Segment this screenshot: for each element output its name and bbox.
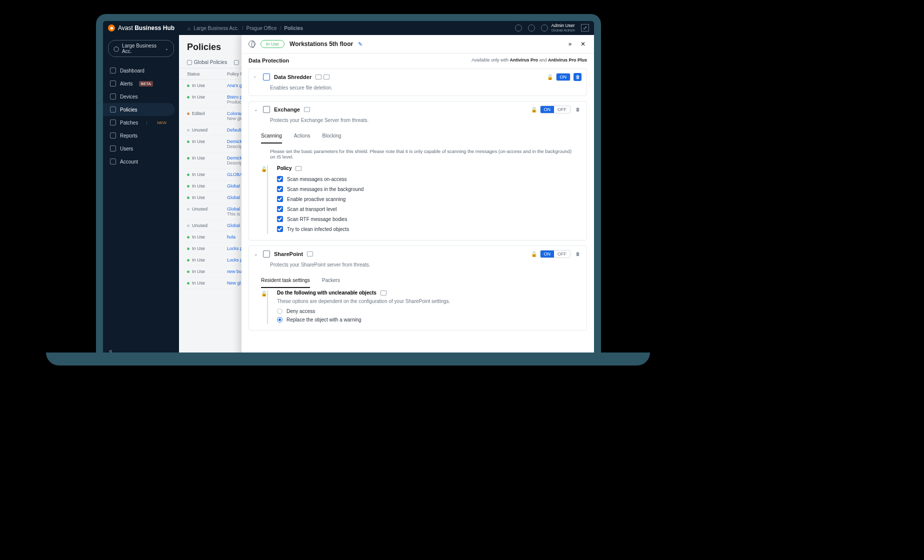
gear-icon[interactable] <box>515 24 522 32</box>
tab-resident[interactable]: Resident task settings <box>261 276 310 288</box>
row-status: In Use <box>192 246 205 251</box>
tab-global-policies[interactable]: Global Policies <box>187 56 227 68</box>
bell-icon <box>110 80 116 86</box>
row-status: In Use <box>192 139 205 144</box>
exchange-toggle[interactable]: ONOFF <box>540 106 571 114</box>
checkbox-label: Scan messages on-access <box>287 176 347 182</box>
lock-icon[interactable]: 🔓 <box>261 166 268 234</box>
new-badge: NEW <box>155 120 168 126</box>
sidebar-item-reports[interactable]: Reports <box>103 129 179 142</box>
chevron-right-icon[interactable]: › <box>254 74 259 80</box>
notification-icon[interactable] <box>528 24 535 32</box>
checkbox-icon <box>277 216 283 222</box>
sidebar-item-dashboard[interactable]: Dashboard <box>103 64 179 77</box>
breadcrumb-site[interactable]: Prague Office <box>246 26 277 31</box>
status-dot-icon <box>187 259 190 262</box>
sidebar-item-account[interactable]: Account <box>103 155 179 168</box>
sidebar-item-label: Reports <box>120 133 138 138</box>
sidebar-item-users[interactable]: Users <box>103 142 179 155</box>
account-icon <box>110 158 116 164</box>
card-exchange: ⌄ Exchange 🔓 ONOFF 🗑 Protects your Excha… <box>248 101 587 240</box>
sidebar-item-patches[interactable]: Patches|NEW <box>103 116 179 129</box>
status-dot-icon <box>187 157 190 160</box>
row-status: In Use <box>192 269 205 274</box>
row-status: Unused <box>192 206 208 212</box>
sidebar-item-policies[interactable]: Policies <box>103 103 175 116</box>
row-status: Edited <box>192 111 205 116</box>
lock-icon[interactable]: 🔓 <box>531 252 537 257</box>
checkbox-icon <box>277 176 283 182</box>
tab-packers[interactable]: Packers <box>322 276 340 288</box>
status-dot-icon <box>187 248 190 250</box>
delete-sharepoint-button[interactable]: 🗑 <box>574 250 582 258</box>
status-dot-icon <box>187 270 190 273</box>
policy-heading: Policy <box>277 166 292 171</box>
collapse-panel-button[interactable]: » <box>566 40 574 48</box>
row-status: In Use <box>192 83 205 88</box>
breadcrumb-org[interactable]: Large Business Acc. <box>194 26 239 31</box>
row-status: In Use <box>192 234 205 240</box>
checkbox-row[interactable]: Scan RTF message bodies <box>277 214 574 224</box>
status-dot-icon <box>187 96 190 98</box>
org-selector[interactable]: ◯ Large Business Acc. ⌄ <box>108 40 174 57</box>
sidebar-item-label: Policies <box>120 107 137 112</box>
status-dot-icon <box>187 185 190 188</box>
checkbox-icon <box>277 196 283 202</box>
checkbox-row[interactable]: Try to clean infected objects <box>277 224 574 234</box>
policies-icon <box>110 106 116 112</box>
platform-icon <box>304 107 310 112</box>
availability-note: Available only with Antivirus Pro and An… <box>472 58 587 62</box>
home-icon[interactable]: ⌂ <box>188 26 190 31</box>
lock-icon[interactable]: 🔓 <box>261 290 268 324</box>
sidebar-item-label: Users <box>120 146 133 152</box>
sidebar-item-devices[interactable]: Devices <box>103 90 179 103</box>
sharepoint-toggle[interactable]: ONOFF <box>540 250 571 258</box>
chevron-down-icon[interactable]: ⌄ <box>254 107 259 112</box>
chevron-down-icon[interactable]: ⌄ <box>254 252 259 256</box>
checkbox-row[interactable]: Scan messages in the background <box>277 184 574 194</box>
close-panel-button[interactable]: ✕ <box>579 40 587 48</box>
status-dot-icon <box>187 208 190 210</box>
radio-row[interactable]: Deny access <box>277 307 574 316</box>
user-menu[interactable]: Admin User Global Admin <box>541 24 575 33</box>
status-dot-icon <box>187 84 190 87</box>
row-status: In Use <box>192 94 205 100</box>
checkbox-row[interactable]: Enable proactive scanning <box>277 194 574 204</box>
checkbox-label: Scan messages in the background <box>287 186 364 192</box>
expand-icon[interactable]: ⤢ <box>581 24 589 32</box>
row-name[interactable]: hola <box>227 234 236 240</box>
lock-icon[interactable]: 🔓 <box>547 74 553 80</box>
radio-label: Replace the object with a warning <box>286 317 362 322</box>
radio-icon <box>277 308 282 314</box>
status-chip: In Use <box>260 40 284 48</box>
tab-scanning[interactable]: Scanning <box>261 131 282 144</box>
panel-title: Workstations 5th floor <box>290 40 353 48</box>
sidebar-item-label: Dashboard <box>120 68 144 74</box>
tab-actions[interactable]: Actions <box>294 131 310 144</box>
feature-description: Protects your SharePoint server from thr… <box>249 262 586 272</box>
checkbox-row[interactable]: Scan at transport level <box>277 204 574 214</box>
shredder-toggle[interactable]: ON <box>556 73 571 81</box>
feature-title: Exchange <box>274 106 300 112</box>
patches-icon <box>110 120 116 126</box>
exchange-icon <box>263 106 270 113</box>
sidebar-item-alerts[interactable]: AlertsBETA <box>103 77 179 90</box>
platform-icon <box>324 74 330 80</box>
row-status: In Use <box>192 258 205 262</box>
checkbox-row[interactable]: Scan messages on-access <box>277 174 574 184</box>
row-status: In Use <box>192 195 205 200</box>
delete-exchange-button[interactable]: 🗑 <box>574 106 582 114</box>
tab-blocking[interactable]: Blocking <box>322 131 342 144</box>
lock-icon[interactable]: 🔓 <box>531 107 537 112</box>
feature-title: SharePoint <box>274 251 303 257</box>
feature-description: Protects your Exchange Server from threa… <box>249 118 586 128</box>
sidebar-item-label: Alerts <box>120 81 133 86</box>
edit-title-button[interactable]: ✎ <box>358 41 362 48</box>
tab-other[interactable] <box>234 56 239 68</box>
panel-head: In Use Workstations 5th floor ✎ » ✕ <box>242 35 594 54</box>
sidebar: ◯ Large Business Acc. ⌄ Dashboard Alerts… <box>103 35 179 360</box>
reports-icon <box>110 132 116 138</box>
radio-row[interactable]: Replace the object with a warning <box>277 316 574 324</box>
delete-shredder-button[interactable]: 🗑 <box>574 73 582 81</box>
radio-label: Deny access <box>286 308 315 314</box>
